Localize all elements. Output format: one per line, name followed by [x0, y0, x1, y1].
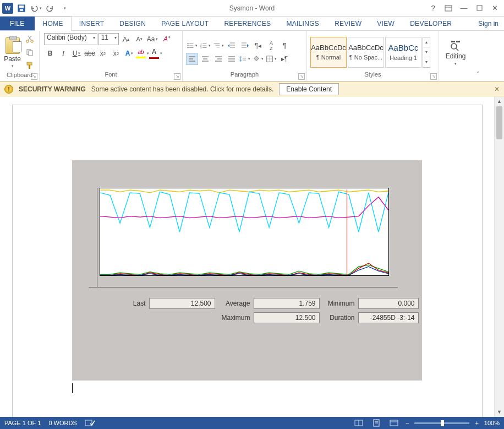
- line-spacing-button[interactable]: [239, 53, 251, 65]
- svg-rect-12: [27, 62, 32, 65]
- close-button[interactable]: ✕: [487, 3, 502, 14]
- spellcheck-icon[interactable]: [85, 419, 95, 427]
- redo-button[interactable]: [44, 2, 56, 14]
- align-center-button[interactable]: [199, 53, 211, 65]
- tab-insert[interactable]: INSERT: [72, 17, 112, 30]
- italic-button[interactable]: I: [57, 47, 69, 59]
- font-size-select[interactable]: 11: [98, 33, 119, 45]
- numbering-button[interactable]: 123: [199, 40, 211, 52]
- scroll-down-button[interactable]: ▼: [495, 407, 504, 417]
- shrink-font-button[interactable]: A▾: [133, 33, 145, 45]
- superscript-button[interactable]: x2: [110, 47, 122, 59]
- tab-home[interactable]: HOME: [35, 17, 72, 31]
- svg-rect-13: [29, 65, 30, 69]
- ltr-button[interactable]: ¶◂: [252, 40, 264, 52]
- borders-button[interactable]: [265, 53, 277, 65]
- shading-button[interactable]: [252, 53, 264, 65]
- ribbon: Paste ▾ Clipboard↘ Calibri (Body) 11 A▴ …: [0, 31, 504, 82]
- rtl-button[interactable]: ▸¶: [278, 53, 291, 65]
- window-controls: ? — ✕: [426, 3, 504, 14]
- svg-rect-3: [445, 6, 452, 11]
- style-normal[interactable]: AaBbCcDc¶ Normal: [310, 37, 347, 68]
- vertical-scrollbar[interactable]: ▲ ▼: [494, 96, 504, 417]
- change-case-button[interactable]: Aa: [146, 33, 158, 45]
- tab-page-layout[interactable]: PAGE LAYOUT: [154, 17, 216, 30]
- increase-indent-button[interactable]: [239, 40, 251, 52]
- zoom-in-button[interactable]: +: [475, 420, 478, 426]
- security-close-button[interactable]: ✕: [494, 85, 500, 93]
- tab-references[interactable]: REFERENCES: [216, 17, 278, 30]
- align-right-button[interactable]: [212, 53, 224, 65]
- clear-formatting-button[interactable]: A♦: [160, 33, 172, 45]
- word-count[interactable]: 0 WORDS: [48, 420, 76, 426]
- font-color-button[interactable]: A: [150, 47, 162, 59]
- text-effects-button[interactable]: A: [123, 47, 135, 59]
- group-label-font: Font↘: [40, 71, 182, 81]
- group-label-clipboard: Clipboard↘: [0, 72, 39, 81]
- styles-gallery-scroll[interactable]: ▴▾▾: [423, 37, 430, 68]
- tab-review[interactable]: REVIEW: [327, 17, 369, 30]
- security-warning-message[interactable]: Some active content has been disabled. C…: [91, 85, 274, 93]
- decrease-indent-button[interactable]: [226, 40, 238, 52]
- group-paragraph: 123 ¶◂ AZ ¶ ▸¶ Paragraph↘: [183, 31, 307, 81]
- zoom-level[interactable]: 100%: [484, 420, 500, 426]
- editing-button[interactable]: Editing ▾: [442, 35, 469, 70]
- scroll-thumb[interactable]: [496, 106, 502, 139]
- collapse-ribbon-button[interactable]: ˆ: [472, 31, 484, 81]
- strikethrough-button[interactable]: abc: [84, 47, 96, 59]
- tab-file[interactable]: FILE: [0, 17, 35, 30]
- last-value: 12.500: [149, 298, 215, 309]
- duration-label: Duration: [320, 314, 358, 322]
- save-icon[interactable]: [15, 2, 28, 14]
- justify-button[interactable]: [226, 53, 238, 65]
- document-area[interactable]: Last 12.500 Average 1.759 Minimum 0.000 …: [0, 96, 494, 417]
- sysmon-control[interactable]: Last 12.500 Average 1.759 Minimum 0.000 …: [72, 160, 422, 381]
- highlight-button[interactable]: ab: [136, 47, 149, 59]
- format-painter-button[interactable]: [24, 59, 36, 72]
- copy-button[interactable]: [24, 46, 36, 58]
- zoom-thumb[interactable]: [441, 420, 444, 426]
- bold-button[interactable]: B: [44, 47, 56, 59]
- tab-mailings[interactable]: MAILINGS: [278, 17, 327, 30]
- multilevel-list-button[interactable]: [212, 40, 224, 52]
- tab-developer[interactable]: DEVELOPER: [402, 17, 459, 30]
- zoom-out-button[interactable]: −: [406, 420, 409, 426]
- group-clipboard: Paste ▾ Clipboard↘: [0, 31, 40, 81]
- grow-font-button[interactable]: A▴: [120, 33, 132, 45]
- qat-customize-button[interactable]: [58, 2, 70, 14]
- style-no-spacing[interactable]: AaBbCcDc¶ No Spac...: [348, 37, 384, 68]
- show-marks-button[interactable]: ¶: [278, 40, 291, 52]
- paragraph-dialog-launcher[interactable]: ↘: [298, 73, 305, 80]
- sort-button[interactable]: AZ: [265, 40, 277, 52]
- styles-dialog-launcher[interactable]: ↘: [430, 73, 437, 80]
- clipboard-dialog-launcher[interactable]: ↘: [31, 73, 37, 80]
- zoom-slider[interactable]: [414, 422, 469, 424]
- maximize-button[interactable]: [472, 3, 486, 14]
- read-mode-button[interactable]: [353, 418, 365, 428]
- bullets-button[interactable]: [186, 40, 198, 52]
- subscript-button[interactable]: x2: [97, 47, 109, 59]
- ribbon-display-options-icon[interactable]: [441, 3, 456, 14]
- page-indicator[interactable]: PAGE 1 OF 1: [4, 420, 41, 426]
- svg-rect-2: [20, 9, 23, 11]
- scroll-up-button[interactable]: ▲: [495, 96, 504, 106]
- font-name-select[interactable]: Calibri (Body): [44, 33, 97, 45]
- sign-in-link[interactable]: Sign in: [473, 17, 504, 30]
- average-value: 1.759: [254, 298, 320, 309]
- help-icon[interactable]: ?: [426, 3, 440, 14]
- underline-button[interactable]: U: [70, 47, 83, 59]
- undo-button[interactable]: [30, 2, 42, 14]
- web-layout-button[interactable]: [388, 418, 400, 428]
- status-bar: PAGE 1 OF 1 0 WORDS − + 100%: [0, 417, 504, 429]
- minimize-button[interactable]: —: [457, 3, 471, 14]
- tab-design[interactable]: DESIGN: [112, 17, 154, 30]
- enable-content-button[interactable]: Enable Content: [279, 83, 339, 95]
- tab-view[interactable]: VIEW: [369, 17, 402, 30]
- align-left-button[interactable]: [186, 53, 198, 65]
- paste-button[interactable]: Paste ▾: [3, 35, 21, 70]
- print-layout-button[interactable]: [370, 418, 382, 428]
- style-heading-1[interactable]: AaBbCcHeading 1: [385, 37, 421, 68]
- font-dialog-launcher[interactable]: ↘: [174, 73, 180, 80]
- cut-button[interactable]: [24, 33, 36, 45]
- svg-rect-5: [477, 6, 482, 10]
